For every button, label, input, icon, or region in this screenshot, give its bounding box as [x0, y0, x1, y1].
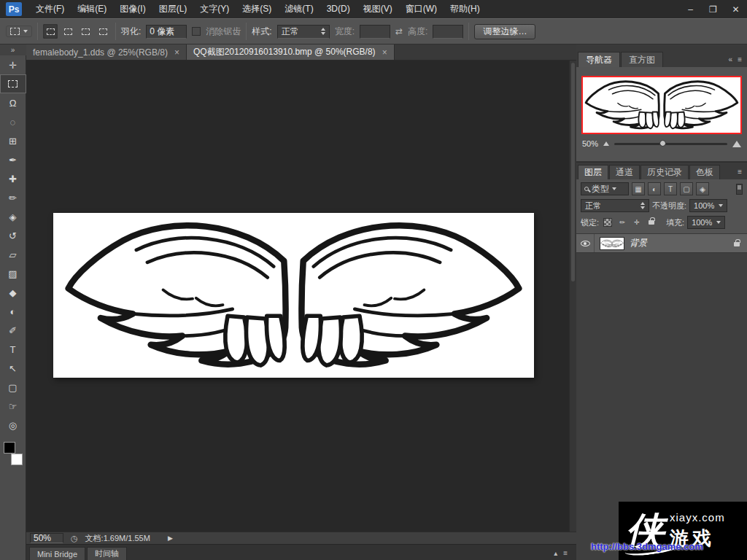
gradient-tool[interactable]: ▨: [0, 264, 26, 283]
scrollbar-thumb[interactable]: [571, 63, 575, 281]
layer-visibility-cell[interactable]: [576, 234, 595, 252]
antialias-checkbox[interactable]: [192, 27, 201, 36]
navigator-zoom-value[interactable]: 50%: [582, 139, 598, 148]
menu-view[interactable]: 视图(V): [357, 0, 399, 18]
add-selection-button[interactable]: [61, 24, 75, 39]
rectangle-tool[interactable]: ▢: [0, 378, 26, 397]
width-input[interactable]: [360, 25, 390, 39]
status-zoom-input[interactable]: 50%: [30, 533, 63, 543]
style-dropdown[interactable]: 正常: [277, 25, 330, 39]
layer-filter-toggle[interactable]: [736, 184, 743, 195]
tool-preset-picker[interactable]: [6, 26, 32, 37]
hand-tool[interactable]: ☞: [0, 397, 26, 416]
brush-tool[interactable]: ✏: [0, 188, 26, 207]
eraser-tool[interactable]: ▱: [0, 245, 26, 264]
doc-tab-qq-screenshot[interactable]: QQ截图20120916013910.bmp @ 50%(RGB/8) ×: [187, 44, 395, 60]
histogram-tab[interactable]: 直方图: [621, 52, 663, 67]
lock-position-button[interactable]: ✛: [631, 217, 643, 228]
add-selection-icon: [64, 28, 72, 35]
panel-collapse-icon[interactable]: ▴: [554, 549, 557, 557]
panel-collapse-icon[interactable]: «: [729, 55, 733, 63]
vertical-scrollbar[interactable]: [569, 61, 576, 532]
close-button[interactable]: ✕: [724, 0, 747, 18]
link-dimensions-icon[interactable]: ⇄: [395, 26, 403, 36]
type-tool[interactable]: T: [0, 340, 26, 359]
minimize-button[interactable]: –: [679, 0, 702, 18]
history-brush-tool[interactable]: ↺: [0, 226, 26, 245]
quick-selection-tool[interactable]: ◌: [0, 112, 26, 131]
window-controls: – ❐ ✕: [679, 0, 747, 18]
zoom-in-icon[interactable]: [732, 141, 741, 147]
mini-bridge-tab[interactable]: Mini Bridge: [29, 547, 85, 560]
refine-edge-button[interactable]: 调整边缘…: [474, 24, 535, 39]
swatches-tab[interactable]: 色板: [689, 165, 720, 179]
panel-menu-icon[interactable]: ≡: [738, 168, 742, 176]
rectangular-marquee-tool[interactable]: [0, 74, 26, 93]
fill-dropdown[interactable]: 100%: [687, 216, 725, 229]
new-selection-button[interactable]: [43, 24, 58, 39]
menu-image[interactable]: 图像(I): [113, 0, 152, 18]
lasso-tool[interactable]: Ω: [0, 93, 26, 112]
subtract-selection-button[interactable]: [78, 24, 93, 39]
menu-3d[interactable]: 3D(D): [320, 0, 357, 18]
menu-window[interactable]: 窗口(W): [399, 0, 444, 18]
zoom-tool[interactable]: ◎: [0, 416, 26, 435]
panel-menu-icon[interactable]: ≡: [563, 549, 568, 557]
menu-select[interactable]: 选择(S): [236, 0, 278, 18]
intersect-selection-button[interactable]: [96, 24, 110, 39]
lock-pixels-button[interactable]: ✏: [616, 217, 628, 228]
adjustment-layer-filter-button[interactable]: ◐: [648, 182, 661, 195]
right-panel-dock: 导航器 直方图 « ≡ 50% 图层 通道 历史记录 色板 ≡: [576, 44, 747, 560]
foreground-color-swatch[interactable]: [4, 442, 15, 454]
menu-edit[interactable]: 编辑(E): [71, 0, 113, 18]
dodge-tool[interactable]: ◐: [0, 302, 26, 321]
pen-tool[interactable]: ✐: [0, 321, 26, 340]
opacity-dropdown[interactable]: 100%: [689, 199, 727, 212]
menu-help[interactable]: 帮助(H): [444, 0, 487, 18]
height-input[interactable]: [433, 25, 463, 39]
layer-row-background[interactable]: 背景: [576, 234, 747, 253]
tools-collapse-button[interactable]: »: [0, 44, 26, 55]
status-clock-icon[interactable]: ◷: [71, 534, 78, 543]
smart-object-filter-button[interactable]: ◈: [696, 182, 709, 195]
status-flyout-arrow[interactable]: ▶: [168, 534, 173, 542]
restore-button[interactable]: ❐: [702, 0, 724, 18]
spot-healing-brush-tool[interactable]: ✚: [0, 169, 26, 188]
lock-all-button[interactable]: [646, 217, 657, 228]
move-tool[interactable]: ✛: [0, 55, 26, 74]
crop-tool[interactable]: ⊞: [0, 131, 26, 150]
zoom-out-icon[interactable]: [603, 141, 609, 146]
layer-thumbnail[interactable]: [600, 237, 624, 250]
menu-type[interactable]: 文字(Y): [193, 0, 236, 18]
clone-stamp-tool[interactable]: ◈: [0, 207, 26, 226]
eyedropper-tool[interactable]: ✒: [0, 150, 26, 169]
navigator-zoom-slider[interactable]: [614, 143, 727, 145]
menu-filter[interactable]: 滤镜(T): [278, 0, 320, 18]
slider-thumb[interactable]: [659, 140, 666, 147]
channels-tab[interactable]: 通道: [609, 165, 640, 179]
layer-filter-dropdown[interactable]: 类型: [581, 182, 629, 195]
doc-tab-femalebody[interactable]: femalebody_1.dds @ 25%(RGB/8) ×: [26, 44, 187, 60]
document-image-wings: [53, 213, 534, 378]
close-tab-icon[interactable]: ×: [174, 47, 179, 58]
menu-file[interactable]: 文件(F): [29, 0, 71, 18]
menu-layer[interactable]: 图层(L): [152, 0, 194, 18]
navigator-tab[interactable]: 导航器: [578, 52, 620, 67]
background-color-swatch[interactable]: [11, 454, 23, 465]
panel-menu-icon[interactable]: ≡: [738, 55, 742, 63]
blur-tool[interactable]: ◆: [0, 283, 26, 302]
history-tab[interactable]: 历史记录: [640, 165, 689, 179]
navigator-preview[interactable]: [581, 76, 742, 134]
chevron-down-icon: [23, 30, 28, 33]
canvas-area[interactable]: [26, 61, 576, 532]
timeline-tab[interactable]: 时间轴: [87, 547, 127, 560]
pixel-layer-filter-button[interactable]: ▦: [632, 182, 645, 195]
feather-input[interactable]: [146, 25, 187, 39]
path-selection-tool[interactable]: ↖: [0, 359, 26, 378]
type-layer-filter-button[interactable]: T: [664, 182, 677, 195]
shape-layer-filter-button[interactable]: ▢: [680, 182, 693, 195]
blend-mode-dropdown[interactable]: 正常: [581, 199, 649, 212]
lock-transparency-button[interactable]: [602, 217, 614, 228]
layers-tab[interactable]: 图层: [578, 165, 608, 179]
close-tab-icon[interactable]: ×: [382, 47, 387, 58]
